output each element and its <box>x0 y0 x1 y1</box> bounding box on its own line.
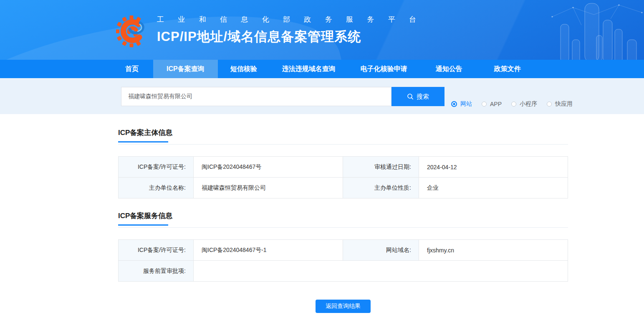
magnifier-icon <box>407 93 414 100</box>
radio-mini-program[interactable]: 小程序 <box>511 100 537 108</box>
search-input[interactable] <box>121 87 391 106</box>
subject-section-title: ICP备案主体信息 <box>118 128 568 137</box>
nav-item-e-verify-apply[interactable]: 电子化核验申请 <box>348 60 420 78</box>
nav-item-home[interactable]: 首页 <box>118 60 146 78</box>
field-value: 闽ICP备2024048467号 <box>194 157 343 178</box>
platform-title: 工业和信息化部政务服务平台 <box>157 15 417 24</box>
radio-unselected-icon <box>547 102 552 107</box>
system-title: ICP/IP地址/域名信息备案管理系统 <box>157 28 417 46</box>
search-section: 搜索 网站 APP 小程序 快应用 <box>0 78 644 114</box>
radio-unselected-icon <box>511 102 516 107</box>
nav-item-sms-verify[interactable]: 短信核验 <box>218 60 270 78</box>
radio-selected-icon <box>451 101 457 107</box>
field-value: 企业 <box>419 178 568 198</box>
search-type-options: 网站 APP 小程序 快应用 <box>451 100 582 108</box>
nav-item-icp-query[interactable]: ICP备案查询 <box>153 60 218 78</box>
radio-website[interactable]: 网站 <box>451 100 472 108</box>
subject-info-section: ICP备案主体信息 ICP备案/许可证号: 闽ICP备2024048467号 审… <box>118 128 568 198</box>
title-underline <box>118 141 168 142</box>
back-to-results-button[interactable]: 返回查询结果 <box>316 300 371 313</box>
title-underline <box>118 224 168 226</box>
subject-info-table: ICP备案/许可证号: 闽ICP备2024048467号 审核通过日期: 202… <box>118 156 568 198</box>
table-row: 服务前置审批项: <box>119 261 568 282</box>
nav-item-policy-files[interactable]: 政策文件 <box>478 60 537 78</box>
field-label: 网站域名: <box>343 240 419 261</box>
service-info-table: ICP备案/许可证号: 闽ICP备2024048467号-1 网站域名: fjx… <box>118 239 568 282</box>
table-row: ICP备案/许可证号: 闽ICP备2024048467号 审核通过日期: 202… <box>119 157 568 178</box>
radio-quick-app[interactable]: 快应用 <box>547 100 573 108</box>
field-label: 主办单位性质: <box>343 178 419 198</box>
nav-item-illegal-domain-query[interactable]: 违法违规域名查询 <box>270 60 348 78</box>
main-content: ICP备案主体信息 ICP备案/许可证号: 闽ICP备2024048467号 审… <box>118 114 568 323</box>
search-button[interactable]: 搜索 <box>391 87 444 106</box>
field-value <box>194 261 568 282</box>
radio-app[interactable]: APP <box>482 101 502 107</box>
field-label: ICP备案/许可证号: <box>119 157 194 178</box>
field-value: 福建啸森恒贸易有限公司 <box>194 178 343 198</box>
nav-item-notices[interactable]: 通知公告 <box>420 60 478 78</box>
section-divider <box>118 227 568 228</box>
field-label: 主办单位名称: <box>119 178 194 198</box>
field-label: 审核通过日期: <box>343 157 419 178</box>
table-row: 主办单位名称: 福建啸森恒贸易有限公司 主办单位性质: 企业 <box>119 178 568 198</box>
table-row: ICP备案/许可证号: 闽ICP备2024048467号-1 网站域名: fjx… <box>119 240 568 261</box>
field-label: ICP备案/许可证号: <box>119 240 194 261</box>
search-button-label: 搜索 <box>417 93 429 101</box>
service-info-section: ICP备案服务信息 ICP备案/许可证号: 闽ICP备2024048467号-1… <box>118 211 568 282</box>
field-value: fjxshmy.cn <box>419 240 568 261</box>
site-header: 工业和信息化部政务服务平台 ICP/IP地址/域名信息备案管理系统 <box>0 0 644 60</box>
service-section-title: ICP备案服务信息 <box>118 211 568 221</box>
field-value: 闽ICP备2024048467号-1 <box>194 240 343 261</box>
radio-unselected-icon <box>482 102 487 107</box>
miit-beian-logo-icon <box>116 10 147 50</box>
main-nav: 首页 ICP备案查询 短信核验 违法违规域名查询 电子化核验申请 通知公告 政策… <box>0 60 644 78</box>
field-value: 2024-04-12 <box>419 157 568 178</box>
section-divider <box>118 144 568 145</box>
field-label: 服务前置审批项: <box>119 261 194 282</box>
